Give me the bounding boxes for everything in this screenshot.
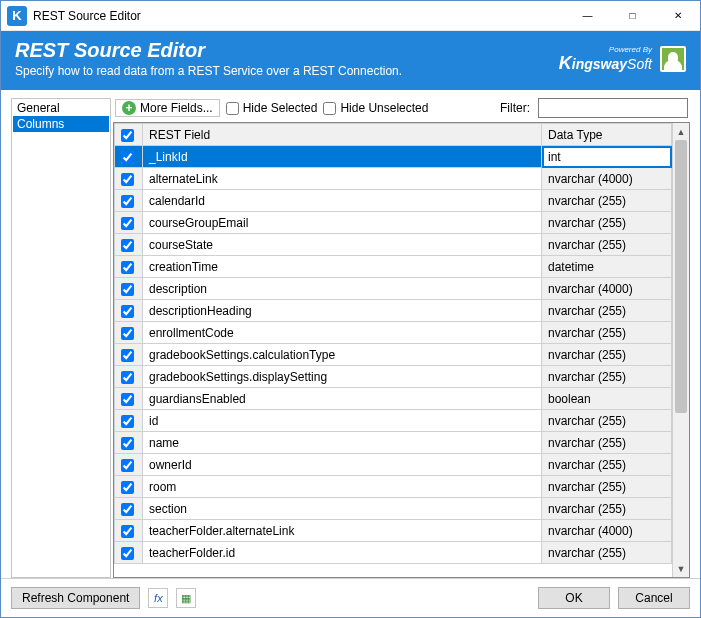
row-field[interactable]: teacherFolder.id [143,542,542,564]
row-field[interactable]: _LinkId [143,146,542,168]
row-type[interactable]: nvarchar (255) [542,476,672,498]
row-field[interactable]: ownerId [143,454,542,476]
row-field[interactable]: alternateLink [143,168,542,190]
filter-input[interactable] [538,98,688,118]
table-row[interactable]: teacherFolder.alternateLinknvarchar (400… [115,520,672,542]
row-checkbox[interactable] [115,234,143,256]
row-type[interactable]: nvarchar (255) [542,190,672,212]
row-checkbox[interactable] [115,190,143,212]
scrollbar[interactable]: ▲ ▼ [672,123,689,577]
row-checkbox[interactable] [115,520,143,542]
hide-selected-checkbox[interactable]: Hide Selected [226,101,318,115]
row-field[interactable]: descriptionHeading [143,300,542,322]
row-type[interactable]: nvarchar (255) [542,498,672,520]
row-field[interactable]: teacherFolder.alternateLink [143,520,542,542]
row-type[interactable]: nvarchar (4000) [542,168,672,190]
row-type[interactable]: nvarchar (255) [542,366,672,388]
row-type[interactable]: nvarchar (4000) [542,520,672,542]
sidebar-item-general[interactable]: General [13,100,109,116]
row-field[interactable]: creationTime [143,256,542,278]
table-row[interactable]: gradebookSettings.displaySettingnvarchar… [115,366,672,388]
header-checkbox[interactable] [115,124,143,146]
row-checkbox[interactable] [115,410,143,432]
maximize-button[interactable]: □ [610,1,655,31]
row-checkbox[interactable] [115,498,143,520]
row-checkbox[interactable] [115,168,143,190]
row-field[interactable]: room [143,476,542,498]
row-checkbox[interactable] [115,454,143,476]
table-row[interactable]: courseStatenvarchar (255) [115,234,672,256]
table-row[interactable]: creationTimedatetime [115,256,672,278]
table-row[interactable]: namenvarchar (255) [115,432,672,454]
table-row[interactable]: guardiansEnabledboolean [115,388,672,410]
row-type[interactable]: nvarchar (255) [542,344,672,366]
row-checkbox[interactable] [115,212,143,234]
row-type[interactable]: nvarchar (255) [542,542,672,564]
minimize-button[interactable]: — [565,1,610,31]
row-field[interactable]: description [143,278,542,300]
scroll-up-icon[interactable]: ▲ [673,123,689,140]
row-type[interactable]: nvarchar (255) [542,410,672,432]
sidebar-item-columns[interactable]: Columns [13,116,109,132]
row-type[interactable]: datetime [542,256,672,278]
row-type[interactable]: nvarchar (255) [542,234,672,256]
row-checkbox[interactable] [115,476,143,498]
row-field[interactable]: id [143,410,542,432]
row-checkbox[interactable] [115,322,143,344]
row-type[interactable]: boolean [542,388,672,410]
row-checkbox[interactable] [115,256,143,278]
row-field[interactable]: guardiansEnabled [143,388,542,410]
row-checkbox[interactable] [115,300,143,322]
table-row[interactable]: _LinkIdint [115,146,672,168]
cancel-button[interactable]: Cancel [618,587,690,609]
table-row[interactable]: sectionnvarchar (255) [115,498,672,520]
row-field[interactable]: courseState [143,234,542,256]
row-field[interactable]: calendarId [143,190,542,212]
hide-unselected-input[interactable] [323,102,336,115]
fx-icon[interactable]: fx [148,588,168,608]
properties-icon[interactable]: ▦ [176,588,196,608]
row-field[interactable]: gradebookSettings.calculationType [143,344,542,366]
more-fields-button[interactable]: + More Fields... [115,99,220,117]
header-field[interactable]: REST Field [143,124,542,146]
ok-button[interactable]: OK [538,587,610,609]
row-checkbox[interactable] [115,432,143,454]
row-type[interactable]: nvarchar (255) [542,432,672,454]
refresh-button[interactable]: Refresh Component [11,587,140,609]
hide-selected-input[interactable] [226,102,239,115]
table-row[interactable]: roomnvarchar (255) [115,476,672,498]
row-type[interactable]: nvarchar (255) [542,212,672,234]
header-type[interactable]: Data Type [542,124,672,146]
row-checkbox[interactable] [115,388,143,410]
row-checkbox[interactable] [115,542,143,564]
table-row[interactable]: ownerIdnvarchar (255) [115,454,672,476]
table-row[interactable]: idnvarchar (255) [115,410,672,432]
hide-unselected-checkbox[interactable]: Hide Unselected [323,101,428,115]
row-checkbox[interactable] [115,366,143,388]
row-type[interactable]: nvarchar (4000) [542,278,672,300]
user-icon[interactable] [660,46,686,72]
row-field[interactable]: name [143,432,542,454]
row-checkbox[interactable] [115,146,143,168]
table-row[interactable]: alternateLinknvarchar (4000) [115,168,672,190]
table-row[interactable]: enrollmentCodenvarchar (255) [115,322,672,344]
scroll-down-icon[interactable]: ▼ [673,560,689,577]
row-field[interactable]: enrollmentCode [143,322,542,344]
row-field[interactable]: gradebookSettings.displaySetting [143,366,542,388]
row-field[interactable]: courseGroupEmail [143,212,542,234]
table-row[interactable]: descriptionHeadingnvarchar (255) [115,300,672,322]
row-type[interactable]: nvarchar (255) [542,300,672,322]
row-checkbox[interactable] [115,344,143,366]
table-row[interactable]: teacherFolder.idnvarchar (255) [115,542,672,564]
table-row[interactable]: gradebookSettings.calculationTypenvarcha… [115,344,672,366]
table-row[interactable]: courseGroupEmailnvarchar (255) [115,212,672,234]
row-checkbox[interactable] [115,278,143,300]
row-type[interactable]: nvarchar (255) [542,322,672,344]
close-button[interactable]: ✕ [655,1,700,31]
scroll-track[interactable] [673,140,689,560]
row-type[interactable]: int [542,146,672,168]
row-type[interactable]: nvarchar (255) [542,454,672,476]
scroll-thumb[interactable] [675,140,687,413]
table-row[interactable]: calendarIdnvarchar (255) [115,190,672,212]
row-field[interactable]: section [143,498,542,520]
